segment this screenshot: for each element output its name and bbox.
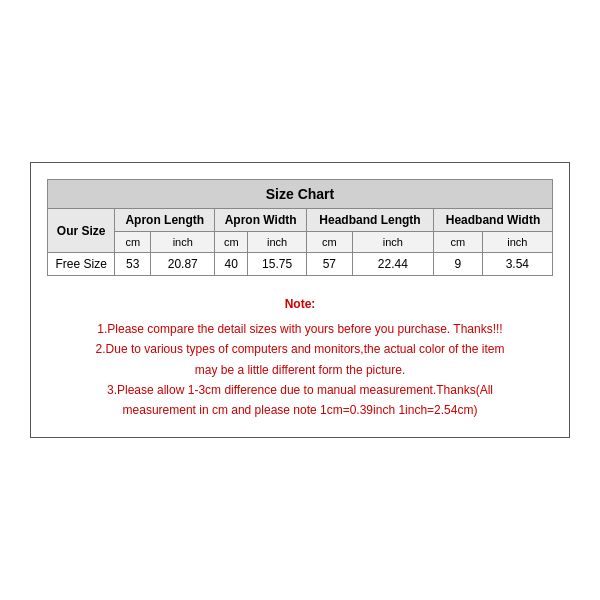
subheader-row: cm inch cm inch cm inch cm inch [48,232,553,253]
headband-length-inch-label: inch [352,232,433,253]
apron-width-header: Apron Width [215,209,307,232]
apron-length-header: Apron Length [115,209,215,232]
apron-width-cm-label: cm [215,232,248,253]
headband-width-cm-label: cm [434,232,483,253]
apron-length-cm-value: 53 [115,253,151,276]
size-chart-title: Size Chart [47,179,553,208]
note-line1: 1.Please compare the detail sizes with y… [55,319,545,339]
size-table: Our Size Apron Length Apron Width Headba… [47,208,553,276]
note-section: Note: 1.Please compare the detail sizes … [47,294,553,420]
headband-width-header: Headband Width [434,209,553,232]
size-chart-container: Size Chart Our Size Apron Length Apron W… [30,162,570,437]
apron-length-cm-label: cm [115,232,151,253]
headband-length-cm-value: 57 [307,253,353,276]
table-row: Free Size 53 20.87 40 15.75 57 22.44 9 3… [48,253,553,276]
apron-width-inch-label: inch [248,232,307,253]
our-size-header: Our Size [48,209,115,253]
headband-length-cm-label: cm [307,232,353,253]
headband-length-inch-value: 22.44 [352,253,433,276]
headband-width-inch-value: 3.54 [482,253,552,276]
note-line3: 3.Please allow 1-3cm difference due to m… [55,380,545,400]
apron-length-inch-value: 20.87 [151,253,215,276]
apron-width-cm-value: 40 [215,253,248,276]
headband-length-header: Headband Length [307,209,434,232]
note-title: Note: [55,294,545,314]
note-line3b: measurement in cm and please note 1cm=0.… [55,400,545,420]
note-line2b: may be a little different form the pictu… [55,360,545,380]
note-line2: 2.Due to various types of computers and … [55,339,545,359]
header-row: Our Size Apron Length Apron Width Headba… [48,209,553,232]
apron-length-inch-label: inch [151,232,215,253]
headband-width-cm-value: 9 [434,253,483,276]
apron-width-inch-value: 15.75 [248,253,307,276]
size-label: Free Size [48,253,115,276]
headband-width-inch-label: inch [482,232,552,253]
